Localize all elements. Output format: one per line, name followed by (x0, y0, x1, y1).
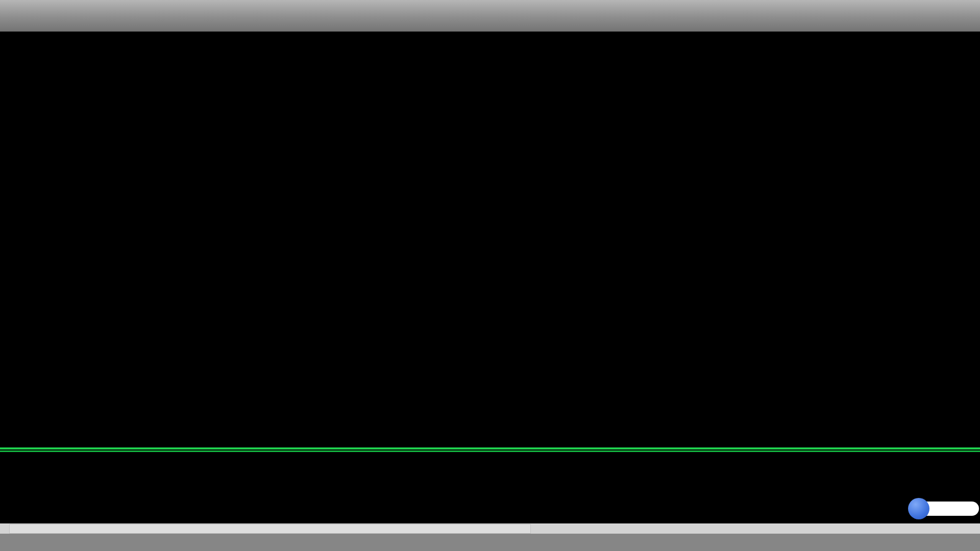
status-bar (0, 534, 980, 551)
scroll-right-icon[interactable] (971, 523, 980, 534)
scrollbar-thumb[interactable] (9, 524, 531, 534)
progress-indicator (908, 498, 929, 519)
application-window (0, 0, 980, 551)
piece-thumbnail-strip (0, 452, 980, 512)
scroll-left-icon[interactable] (0, 523, 9, 534)
canvas-thumbnail-separator (0, 447, 980, 452)
toolbar (0, 0, 980, 32)
horizontal-scrollbar[interactable] (0, 523, 980, 534)
